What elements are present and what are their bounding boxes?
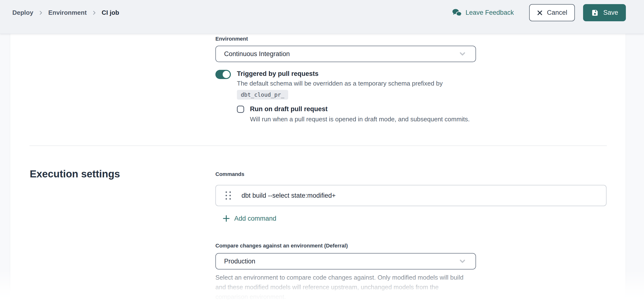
job-settings-panel: Environment Continuous Integration Trigg… — [10, 34, 626, 305]
schema-prefix-code: dbt_cloud_pr_ — [237, 90, 288, 100]
breadcrumb: Deploy Environment CI job — [12, 4, 119, 21]
save-button-label: Save — [603, 9, 618, 16]
draft-pr-label: Run on draft pull request — [250, 105, 470, 113]
command-row[interactable]: dbt build --select state:modified+ — [216, 185, 606, 206]
feedback-chat-icon — [452, 8, 462, 18]
commands-field-label: Commands — [216, 171, 244, 178]
environment-field-label: Environment — [216, 36, 248, 42]
close-icon — [537, 10, 543, 16]
breadcrumb-item-environment[interactable]: Environment — [48, 9, 87, 16]
draft-pr-text: Run on draft pull request Will run when … — [250, 105, 470, 123]
leave-feedback-label: Leave Feedback — [466, 9, 514, 16]
section-divider — [30, 146, 607, 146]
chevron-down-icon — [458, 257, 467, 266]
breadcrumb-item-deploy[interactable]: Deploy — [12, 9, 33, 16]
pr-trigger-toggle[interactable] — [216, 70, 231, 79]
pr-trigger-description: The default schema will be overridden as… — [237, 79, 443, 88]
cancel-button-label: Cancel — [547, 9, 567, 16]
command-input[interactable]: dbt build --select state:modified+ — [242, 192, 336, 200]
deferral-description: Select an environment to compare code ch… — [216, 272, 496, 302]
pr-trigger-label: Triggered by pull requests — [237, 70, 443, 78]
breadcrumb-separator-icon — [92, 10, 97, 16]
top-bar-actions: Leave Feedback Cancel Save — [452, 4, 626, 21]
add-command-label: Add command — [234, 215, 276, 222]
deferral-select-value: Production — [224, 258, 255, 265]
plus-icon — [222, 214, 230, 222]
environment-select[interactable]: Continuous Integration — [216, 46, 476, 62]
deferral-select[interactable]: Production — [216, 253, 476, 270]
draft-pr-description: Will run when a pull request is opened i… — [250, 115, 470, 123]
add-command-button[interactable]: Add command — [222, 214, 276, 222]
leave-feedback-link[interactable]: Leave Feedback — [452, 8, 514, 18]
deferral-description-line: and these modified models will reference… — [216, 282, 496, 292]
environment-select-value: Continuous Integration — [224, 50, 290, 58]
execution-settings-title: Execution settings — [30, 168, 120, 180]
drag-handle-icon[interactable] — [226, 192, 231, 200]
deferral-field-label: Compare changes against an environment (… — [216, 243, 348, 249]
chevron-down-icon — [458, 50, 467, 58]
pr-trigger-row: Triggered by pull requests The default s… — [216, 70, 443, 100]
top-bar: Deploy Environment CI job Leave Feedback… — [0, 0, 644, 34]
pr-trigger-text: Triggered by pull requests The default s… — [237, 70, 443, 100]
deferral-description-line: Select an environment to compare code ch… — [216, 272, 496, 282]
save-button[interactable]: Save — [583, 4, 626, 21]
breadcrumb-separator-icon — [38, 10, 44, 16]
deferral-description-line: comparison environment. — [216, 292, 496, 302]
draft-pr-row: Run on draft pull request Will run when … — [237, 105, 470, 123]
save-icon — [591, 9, 599, 17]
cancel-button[interactable]: Cancel — [529, 4, 575, 21]
toggle-knob — [223, 71, 230, 78]
draft-pr-checkbox[interactable] — [237, 106, 244, 113]
breadcrumb-item-ci-job: CI job — [102, 9, 119, 16]
